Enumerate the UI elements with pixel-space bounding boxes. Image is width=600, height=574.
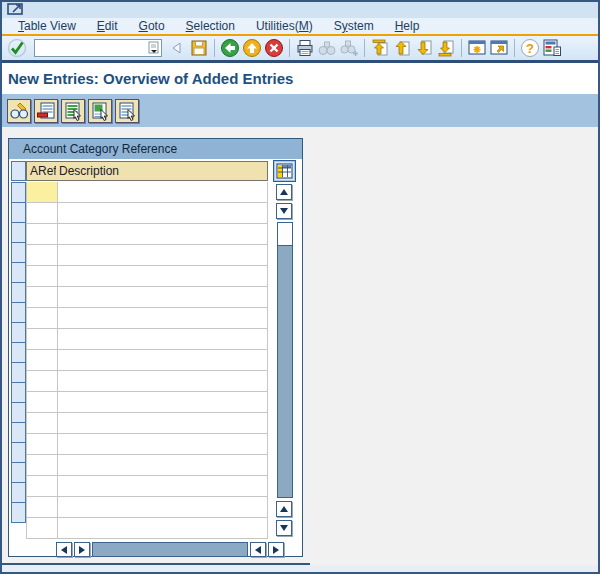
change-display-toggle-button[interactable] xyxy=(7,99,31,123)
cell-description[interactable] xyxy=(58,308,268,329)
command-history-dropdown-icon[interactable] xyxy=(146,40,161,56)
cell-description[interactable] xyxy=(58,266,268,287)
cell-aref[interactable] xyxy=(27,371,58,392)
cell-description[interactable] xyxy=(58,413,268,434)
row-selector[interactable] xyxy=(11,302,26,323)
cell-aref[interactable] xyxy=(27,287,58,308)
scroll-up-button[interactable] xyxy=(276,184,292,200)
cell-aref[interactable] xyxy=(27,266,58,287)
cell-aref[interactable] xyxy=(27,350,58,371)
cell-aref[interactable] xyxy=(27,497,58,518)
horizontal-scrollbar-track[interactable] xyxy=(92,542,248,557)
select-all-corner-cell[interactable] xyxy=(11,161,26,181)
menu-item-help[interactable]: Help xyxy=(395,19,420,33)
delete-row-button[interactable] xyxy=(34,99,58,123)
cell-aref[interactable] xyxy=(27,413,58,434)
select-all-button[interactable] xyxy=(61,99,85,123)
cell-aref[interactable] xyxy=(27,518,58,539)
help-button[interactable]: ? xyxy=(519,37,541,59)
row-selector[interactable] xyxy=(11,282,26,303)
menu-item-system[interactable]: System xyxy=(334,19,374,33)
vertical-scrollbar-track[interactable] xyxy=(277,222,293,498)
cell-aref[interactable] xyxy=(27,476,58,497)
cell-description[interactable] xyxy=(58,287,268,308)
command-field-collapse-button[interactable] xyxy=(166,37,188,59)
row-selector[interactable] xyxy=(11,202,26,223)
command-input[interactable] xyxy=(35,41,146,55)
customize-layout-button[interactable] xyxy=(541,37,563,59)
cell-description[interactable] xyxy=(58,497,268,518)
back-button[interactable] xyxy=(219,37,241,59)
scroll-left-button[interactable] xyxy=(56,542,72,557)
cell-aref[interactable] xyxy=(27,392,58,413)
row-selector[interactable] xyxy=(11,502,26,523)
vertical-scrollbar-thumb[interactable] xyxy=(278,223,292,246)
save-button[interactable] xyxy=(188,37,210,59)
create-shortcut-button[interactable] xyxy=(488,37,510,59)
scroll-right-button-right[interactable] xyxy=(268,542,284,557)
cell-description[interactable] xyxy=(58,329,268,350)
menu-item-utilities[interactable]: Utilities(M) xyxy=(256,19,313,33)
cell-description[interactable] xyxy=(58,518,268,539)
cell-description[interactable] xyxy=(58,350,268,371)
cell-description[interactable] xyxy=(58,245,268,266)
cell-description[interactable] xyxy=(58,203,268,224)
find-button[interactable] xyxy=(316,37,338,59)
enter-button[interactable] xyxy=(6,37,28,59)
page-down-button[interactable] xyxy=(413,37,435,59)
print-button[interactable] xyxy=(294,37,316,59)
row-selector[interactable] xyxy=(11,262,26,283)
row-selector[interactable] xyxy=(11,382,26,403)
cell-description[interactable] xyxy=(58,371,268,392)
first-page-button[interactable] xyxy=(369,37,391,59)
cancel-button[interactable] xyxy=(263,37,285,59)
cell-description[interactable] xyxy=(58,434,268,455)
cell-description[interactable] xyxy=(58,182,268,203)
row-selector[interactable] xyxy=(11,242,26,263)
column-header-description[interactable]: Description xyxy=(56,161,268,181)
scroll-left-button-right[interactable] xyxy=(250,542,266,557)
deselect-all-button[interactable] xyxy=(115,99,139,123)
last-page-button[interactable] xyxy=(435,37,457,59)
binoculars-plus-icon xyxy=(339,38,359,58)
new-session-button[interactable] xyxy=(466,37,488,59)
cell-aref[interactable] xyxy=(27,329,58,350)
cell-description[interactable] xyxy=(58,224,268,245)
row-selector[interactable] xyxy=(11,182,26,203)
cell-aref[interactable] xyxy=(27,245,58,266)
cell-description[interactable] xyxy=(58,392,268,413)
row-selector[interactable] xyxy=(11,222,26,243)
menu-item-edit[interactable]: Edit xyxy=(97,19,118,33)
menu-item-goto[interactable]: Goto xyxy=(139,19,165,33)
row-selector[interactable] xyxy=(11,362,26,383)
scroll-down-button[interactable] xyxy=(276,203,292,219)
row-selector[interactable] xyxy=(11,462,26,483)
row-selector[interactable] xyxy=(11,442,26,463)
menu-item-selection[interactable]: Selection xyxy=(186,19,235,33)
scroll-right-button[interactable] xyxy=(74,542,90,557)
system-menu-icon[interactable] xyxy=(7,2,27,16)
cell-aref[interactable] xyxy=(27,308,58,329)
cell-aref[interactable] xyxy=(27,434,58,455)
find-next-button[interactable] xyxy=(338,37,360,59)
row-selector[interactable] xyxy=(11,322,26,343)
cell-aref[interactable] xyxy=(27,182,58,203)
row-selector[interactable] xyxy=(11,342,26,363)
row-selector[interactable] xyxy=(11,482,26,503)
cell-aref[interactable] xyxy=(27,224,58,245)
cell-description[interactable] xyxy=(58,476,268,497)
page-up-button[interactable] xyxy=(391,37,413,59)
cell-aref[interactable] xyxy=(27,203,58,224)
column-header-aref[interactable]: ARef xyxy=(26,161,57,181)
command-field[interactable] xyxy=(34,39,162,57)
table-configuration-button[interactable] xyxy=(273,160,296,182)
cell-description[interactable] xyxy=(58,455,268,476)
scroll-down-button-bottom[interactable] xyxy=(276,520,292,536)
menu-item-table-view[interactable]: Table View xyxy=(18,19,76,33)
cell-aref[interactable] xyxy=(27,455,58,476)
row-selector[interactable] xyxy=(11,422,26,443)
row-selector[interactable] xyxy=(11,402,26,423)
select-block-button[interactable] xyxy=(88,99,112,123)
scroll-up-button-bottom[interactable] xyxy=(276,501,292,517)
exit-button[interactable] xyxy=(241,37,263,59)
